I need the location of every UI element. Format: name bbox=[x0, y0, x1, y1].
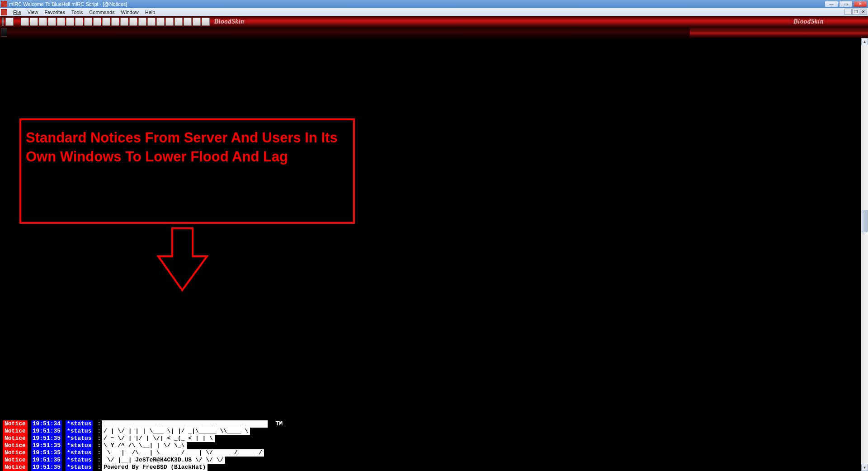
notice-source: *status bbox=[66, 457, 93, 464]
window-controls: — ▭ ✕ bbox=[825, 1, 867, 7]
menu-commands-label: Commands bbox=[89, 9, 114, 15]
maximize-button[interactable]: ▭ bbox=[839, 1, 853, 7]
toolbar-button-16[interactable] bbox=[147, 18, 156, 26]
toolbar-button-4[interactable] bbox=[39, 18, 47, 26]
brand-label-left: BloodSkin bbox=[211, 18, 248, 25]
annotation-text: Standard Notices From Server And Users I… bbox=[26, 128, 349, 166]
mdi-close-button[interactable]: ✕ bbox=[860, 9, 867, 15]
toolbar-button-20[interactable] bbox=[184, 18, 192, 26]
vertical-scrollbar[interactable]: ▲ ▼ bbox=[861, 38, 868, 471]
toolbar-button-19[interactable] bbox=[175, 18, 183, 26]
app-icon-small bbox=[1, 9, 7, 15]
annotation-box: Standard Notices From Server And Users I… bbox=[19, 118, 355, 224]
notice-body: / | \/ | | | \___ \| |/ _|\_____ \\____ … bbox=[102, 428, 250, 435]
toolbar-button-12[interactable] bbox=[111, 18, 119, 26]
toolbar-button-22[interactable] bbox=[202, 18, 210, 26]
notice-source: *status bbox=[66, 428, 93, 435]
toolbar-button-11[interactable] bbox=[102, 18, 110, 26]
notice-row: Notice 19:51:35 *status : Powered By Fre… bbox=[3, 464, 283, 471]
notice-source: *status bbox=[66, 464, 93, 471]
notice-body: \___|_ /\__ | \_____ /____| \/_____ /___… bbox=[102, 449, 264, 457]
brand-label-right: BloodSkin bbox=[790, 18, 827, 25]
toolbar-button-21[interactable] bbox=[193, 18, 201, 26]
notice-body: ___ ___ _______ _______ ___ ___ _______ … bbox=[102, 420, 268, 428]
menu-favorites[interactable]: Favorites bbox=[41, 9, 68, 15]
menu-bar: File View Favorites Tools Commands Windo… bbox=[0, 8, 868, 16]
notice-source: *status bbox=[66, 435, 93, 442]
scroll-thumb[interactable] bbox=[862, 210, 868, 232]
toolbar-button-15[interactable] bbox=[138, 18, 146, 26]
toolbar-button-6[interactable] bbox=[57, 18, 65, 26]
toolbar-button-7[interactable] bbox=[66, 18, 74, 26]
notice-row: Notice 19:51:34 *status : ___ ___ ______… bbox=[3, 420, 283, 428]
notice-row: Notice 19:51:35 *status : \ Y /^ /\ \__|… bbox=[3, 442, 283, 449]
menu-commands[interactable]: Commands bbox=[86, 9, 118, 15]
notice-time: 19:51:35 bbox=[31, 435, 62, 442]
menu-help-label: Help bbox=[145, 9, 156, 15]
notice-label: Notice bbox=[3, 435, 28, 442]
menu-view-label: View bbox=[28, 9, 38, 15]
toolbar-button-10[interactable] bbox=[93, 18, 101, 26]
minimize-button[interactable]: — bbox=[825, 1, 838, 7]
toolbar-button-1[interactable] bbox=[5, 18, 14, 26]
mdi-minimize-button[interactable]: — bbox=[844, 9, 852, 15]
toolbar-button-5[interactable] bbox=[48, 18, 56, 26]
toolbar-button-13[interactable] bbox=[120, 18, 128, 26]
notice-body: / ~ \/ | |/ | \/| < _(_ < | | \ bbox=[102, 435, 215, 442]
notice-label: Notice bbox=[3, 449, 28, 457]
menu-window[interactable]: Window bbox=[118, 9, 142, 15]
scroll-down-button[interactable]: ▼ bbox=[861, 464, 868, 471]
client-area: Standard Notices From Server And Users I… bbox=[0, 38, 868, 471]
notice-body: Powered By FreeBSD (BlackHat) bbox=[102, 464, 208, 471]
notice-time: 19:51:35 bbox=[31, 449, 62, 457]
app-icon bbox=[1, 1, 7, 7]
notice-label: Notice bbox=[3, 442, 28, 449]
notice-tm: TM bbox=[268, 420, 283, 428]
notice-label: Notice bbox=[3, 464, 28, 471]
window-title: mIRC Welcome To BlueHell mIRC Script - [… bbox=[9, 1, 825, 7]
notice-source: *status bbox=[66, 442, 93, 449]
notice-source: *status bbox=[66, 420, 93, 428]
switchbar-item[interactable] bbox=[1, 28, 7, 37]
menu-help[interactable]: Help bbox=[142, 9, 159, 15]
arrow-down-icon bbox=[156, 227, 211, 295]
menu-tools-label: Tools bbox=[71, 9, 83, 15]
toolbar: BloodSkin BloodSkin bbox=[0, 16, 868, 27]
toolbar-button-17[interactable] bbox=[156, 18, 165, 26]
menu-file[interactable]: File bbox=[10, 9, 24, 15]
notice-row: Notice 19:51:35 *status : / | \/ | | | \… bbox=[3, 428, 283, 435]
notice-label: Notice bbox=[3, 457, 28, 464]
menu-favorites-label: Favorites bbox=[44, 9, 65, 15]
toolbar-button-2[interactable] bbox=[21, 18, 29, 26]
toolbar-button-14[interactable] bbox=[129, 18, 137, 26]
switchbar bbox=[0, 27, 868, 38]
notice-row: Notice 19:51:35 *status : \___|_ /\__ | … bbox=[3, 449, 283, 457]
mdi-restore-button[interactable]: ❐ bbox=[852, 9, 859, 15]
menu-view[interactable]: View bbox=[24, 9, 42, 15]
menu-window-label: Window bbox=[121, 9, 139, 15]
notice-label: Notice bbox=[3, 420, 28, 428]
notice-time: 19:51:35 bbox=[31, 464, 62, 471]
toolbar-grip[interactable] bbox=[2, 18, 4, 26]
notice-row: Notice 19:51:35 *status : \/ |__| JeSTeR… bbox=[3, 457, 283, 464]
toolbar-button-3[interactable] bbox=[30, 18, 38, 26]
toolbar-button-18[interactable] bbox=[165, 18, 174, 26]
notice-source: *status bbox=[66, 449, 93, 457]
notice-time: 19:51:34 bbox=[31, 420, 62, 428]
notice-label: Notice bbox=[3, 428, 28, 435]
notice-time: 19:51:35 bbox=[31, 457, 62, 464]
toolbar-button-8[interactable] bbox=[75, 18, 83, 26]
menu-tools[interactable]: Tools bbox=[68, 9, 86, 15]
window-titlebar: mIRC Welcome To BlueHell mIRC Script - [… bbox=[0, 0, 868, 8]
notice-body: \/ |__| JeSTeR@H4CK3D.US \/ \/ \/ bbox=[102, 457, 225, 464]
switchbar-right-panel bbox=[689, 28, 868, 38]
notice-row: Notice 19:51:35 *status : / ~ \/ | |/ | … bbox=[3, 435, 283, 442]
notice-body: \ Y /^ /\ \__| | \/ \_\ bbox=[102, 442, 186, 449]
notices-list: Notice 19:51:34 *status : ___ ___ ______… bbox=[3, 420, 283, 471]
scroll-up-button[interactable]: ▲ bbox=[861, 38, 868, 45]
toolbar-button-9[interactable] bbox=[84, 18, 92, 26]
menu-file-label: File bbox=[13, 9, 21, 15]
mdi-controls: — ❐ ✕ bbox=[844, 9, 867, 15]
close-button[interactable]: ✕ bbox=[854, 1, 867, 7]
notice-time: 19:51:35 bbox=[31, 428, 62, 435]
